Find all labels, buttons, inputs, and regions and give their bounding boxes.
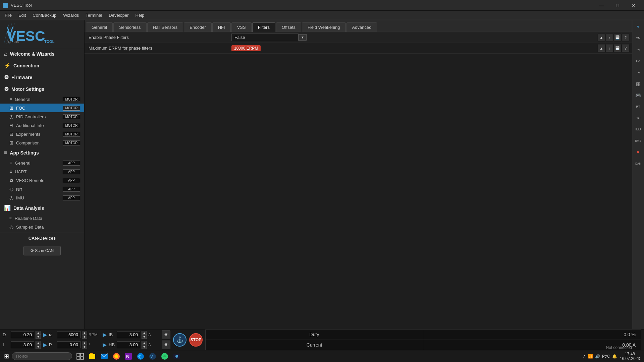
sidebar-section-data[interactable]: 📊 Data Analysis bbox=[0, 202, 84, 214]
i-input[interactable] bbox=[11, 341, 34, 348]
menu-confbackup[interactable]: ConfBackup bbox=[29, 11, 60, 19]
sidebar-item-comparison[interactable]: ⊞ Comparison MOTOR bbox=[0, 138, 84, 147]
minimize-button[interactable]: — bbox=[594, 0, 609, 11]
taskbar-onenote[interactable]: N bbox=[123, 351, 134, 362]
right-a-up-icon[interactable]: ↑A bbox=[633, 44, 644, 55]
enable-phase-filters-upload-btn[interactable]: ↑ bbox=[606, 34, 613, 41]
enable-phase-filters-up-btn[interactable]: ▲ bbox=[598, 34, 605, 41]
tab-vss[interactable]: VSS bbox=[231, 22, 252, 32]
i-down-btn[interactable]: ▼ bbox=[36, 345, 41, 349]
hb-down-btn[interactable]: ▼ bbox=[142, 345, 147, 349]
tab-offsets[interactable]: Offsets bbox=[276, 22, 301, 32]
menu-developer[interactable]: Developer bbox=[105, 11, 132, 19]
sidebar-section-welcome[interactable]: ⌂ Welcome & Wizards bbox=[0, 48, 84, 60]
systray-expand[interactable]: ∧ bbox=[583, 354, 586, 359]
right-can-icon[interactable]: CAN bbox=[633, 158, 644, 169]
right-ca-icon[interactable]: CA bbox=[633, 56, 644, 66]
tab-encoder[interactable]: Encoder bbox=[184, 22, 211, 32]
taskbar-app8[interactable] bbox=[171, 351, 182, 362]
start-button[interactable]: ⊞ bbox=[1, 353, 12, 360]
hb-up-btn[interactable]: ▲ bbox=[142, 341, 147, 345]
d-play-btn[interactable]: ▶ bbox=[42, 331, 48, 338]
i-up-btn[interactable]: ▲ bbox=[36, 341, 41, 345]
omega-play-btn[interactable]: ▶ bbox=[102, 331, 107, 338]
sidebar-section-connection[interactable]: ⚡ Connection bbox=[0, 60, 84, 71]
max-erpm-upload-btn[interactable]: ↑ bbox=[606, 45, 613, 52]
tab-filters[interactable]: Filters bbox=[252, 22, 275, 32]
sidebar-item-app-general[interactable]: ≡ General APP bbox=[0, 159, 84, 167]
p-up-btn[interactable]: ▲ bbox=[82, 341, 87, 345]
right-cm-icon[interactable]: CM bbox=[633, 33, 644, 44]
sidebar-item-vesc-remote[interactable]: ✿ VESC Remote APP bbox=[0, 176, 84, 185]
menu-wizards[interactable]: Wizards bbox=[60, 11, 82, 19]
menu-help[interactable]: Help bbox=[132, 11, 148, 19]
sidebar-item-uart[interactable]: ≡ UART APP bbox=[0, 167, 84, 176]
anchor-button[interactable]: ⚓ bbox=[173, 333, 186, 347]
right-gamepad-icon[interactable]: 🎮 bbox=[633, 90, 644, 101]
tab-hfi[interactable]: HFI bbox=[212, 22, 231, 32]
menu-file[interactable]: File bbox=[1, 11, 15, 19]
tab-field-weakening[interactable]: Field Weakening bbox=[302, 22, 346, 32]
right-ta-icon[interactable]: ↑A bbox=[633, 67, 644, 78]
max-erpm-save-btn[interactable]: 💾 bbox=[614, 45, 621, 52]
right-heart-icon[interactable]: ♥ bbox=[633, 147, 644, 158]
taskbar-mail[interactable] bbox=[99, 351, 110, 362]
sidebar-item-foc[interactable]: ⊞ FOC MOTOR bbox=[0, 104, 84, 112]
omega-up-btn[interactable]: ▲ bbox=[82, 331, 87, 335]
sidebar-section-motor[interactable]: ⚙ Motor Settings bbox=[0, 83, 84, 95]
tab-general[interactable]: General bbox=[86, 22, 113, 32]
sidebar-item-sampled[interactable]: ◎ Sampled Data bbox=[0, 223, 84, 231]
p-input[interactable] bbox=[57, 341, 80, 348]
close-button[interactable]: ✕ bbox=[626, 0, 641, 11]
right-rt-icon[interactable]: RT bbox=[633, 101, 644, 112]
tab-sensorless[interactable]: Sensorless bbox=[113, 22, 146, 32]
sidebar-section-app[interactable]: ≡ App Settings bbox=[0, 147, 84, 159]
d-up-btn[interactable]: ▲ bbox=[36, 331, 41, 335]
tab-hall-sensors[interactable]: Hall Sensors bbox=[147, 22, 183, 32]
d-input[interactable] bbox=[11, 331, 34, 338]
stop-button[interactable]: STOP bbox=[189, 333, 203, 347]
maximize-button[interactable]: □ bbox=[610, 0, 625, 11]
taskbar-browser1[interactable] bbox=[111, 351, 122, 362]
taskbar-files[interactable] bbox=[87, 351, 98, 362]
taskbar-vesc-app[interactable]: V bbox=[147, 351, 158, 362]
taskbar-browser2[interactable] bbox=[135, 351, 146, 362]
right-chart-icon[interactable]: ▦ bbox=[633, 78, 644, 89]
sidebar-item-general-motor[interactable]: ≡ General MOTOR bbox=[0, 95, 84, 104]
p-down-btn[interactable]: ▼ bbox=[82, 345, 87, 349]
sidebar-section-firmware[interactable]: ⚙ Firmware bbox=[0, 71, 84, 83]
hb-input[interactable] bbox=[117, 341, 140, 348]
sidebar-item-experiments[interactable]: ⊟ Experiments MOTOR bbox=[0, 130, 84, 138]
d-down-btn[interactable]: ▼ bbox=[36, 335, 41, 339]
omega-input[interactable] bbox=[57, 331, 80, 338]
omega-down-btn[interactable]: ▼ bbox=[82, 335, 87, 339]
right-art-icon[interactable]: ↑RT bbox=[633, 113, 644, 123]
search-input[interactable] bbox=[12, 352, 72, 360]
ib-down-btn[interactable]: ▼ bbox=[142, 335, 147, 339]
i-play-btn[interactable]: ▶ bbox=[42, 342, 48, 348]
sidebar-item-additional-info[interactable]: ⊟ Additional Info MOTOR bbox=[0, 121, 84, 130]
sidebar-item-pid[interactable]: ◎ PID Controllers MOTOR bbox=[0, 112, 84, 121]
right-vesc-icon[interactable]: V bbox=[633, 21, 644, 32]
menu-edit[interactable]: Edit bbox=[15, 11, 29, 19]
taskbar-task-view[interactable] bbox=[75, 351, 86, 362]
sidebar-item-nrf[interactable]: ◎ Nrf APP bbox=[0, 185, 84, 193]
right-imu-icon[interactable]: IMU bbox=[633, 124, 644, 135]
sidebar-item-imu[interactable]: ◎ IMU APP bbox=[0, 193, 84, 202]
tab-advanced[interactable]: Advanced bbox=[346, 22, 377, 32]
hb-eye-btn[interactable]: 👁 bbox=[162, 341, 170, 349]
p-play-btn[interactable]: ▶ bbox=[102, 342, 107, 348]
sidebar-item-realtime[interactable]: ≈ Realtime Data bbox=[0, 214, 84, 223]
enable-phase-filters-help-btn[interactable]: ? bbox=[622, 34, 629, 41]
ib-eye-btn[interactable]: 👁 bbox=[162, 330, 170, 339]
enable-phase-filters-save-btn[interactable]: 💾 bbox=[614, 34, 621, 41]
ib-input[interactable] bbox=[117, 331, 140, 338]
ib-up-btn[interactable]: ▲ bbox=[142, 331, 147, 335]
scan-can-button[interactable]: ⟳ Scan CAN bbox=[23, 246, 61, 255]
menu-terminal[interactable]: Terminal bbox=[82, 11, 105, 19]
right-bms-icon[interactable]: BMS bbox=[633, 135, 644, 146]
enable-phase-filters-dropdown[interactable]: ▼ bbox=[299, 34, 307, 41]
max-erpm-help-btn[interactable]: ? bbox=[622, 45, 629, 52]
taskbar-app7[interactable] bbox=[159, 351, 170, 362]
max-erpm-up-btn[interactable]: ▲ bbox=[598, 45, 605, 52]
